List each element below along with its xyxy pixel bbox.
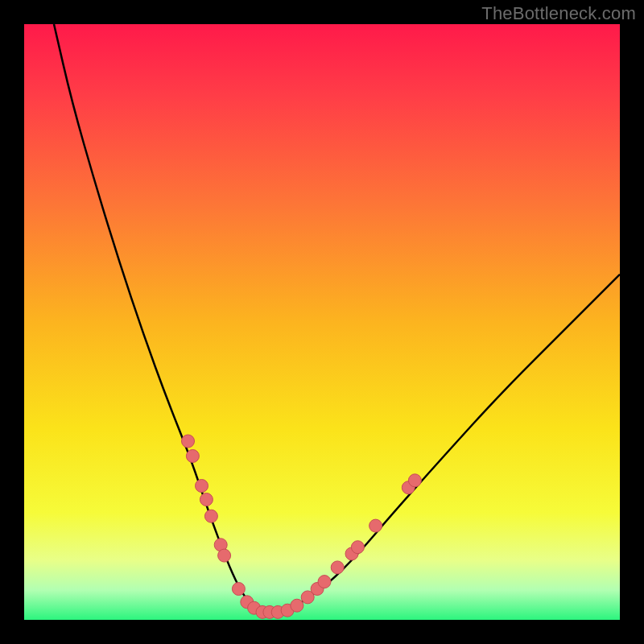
watermark-text: TheBottleneck.com [481, 3, 636, 24]
sample-marker [291, 599, 303, 612]
sample-marker [182, 435, 195, 448]
plot-area [24, 24, 620, 620]
chart-container: TheBottleneck.com [0, 0, 644, 644]
sample-marker [200, 493, 213, 506]
bottleneck-curve [54, 24, 620, 613]
curve-layer [24, 24, 620, 620]
sample-marker [351, 541, 364, 554]
sample-marker [331, 561, 344, 574]
sample-marker [186, 450, 199, 463]
sample-marker [369, 519, 382, 532]
marker-group [182, 435, 422, 618]
sample-marker [218, 549, 231, 562]
sample-marker [408, 474, 421, 487]
sample-marker [196, 480, 208, 493]
sample-marker [204, 510, 217, 522]
sample-marker [318, 576, 331, 588]
sample-marker [232, 583, 245, 596]
